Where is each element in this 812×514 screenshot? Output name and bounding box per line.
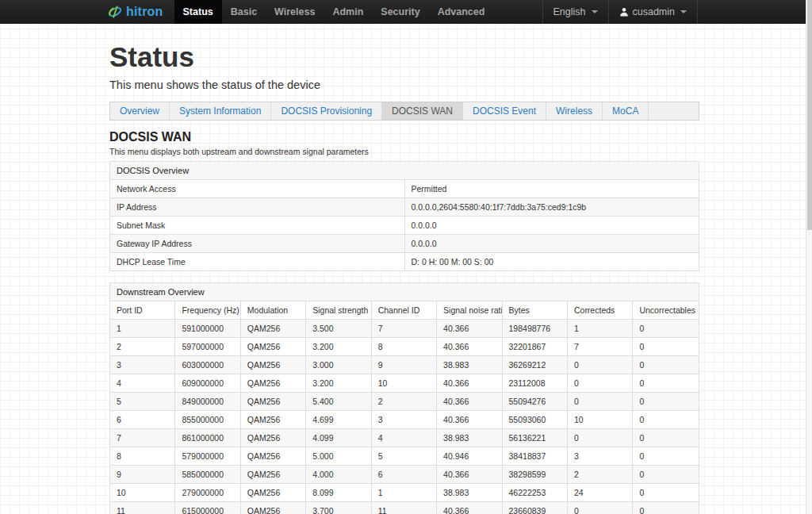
tab-docsis-provisioning[interactable]: DOCSIS Provisioning: [271, 102, 382, 120]
page-content: Status This menu shows the status of the…: [109, 41, 699, 514]
nav-item-basic[interactable]: Basic: [222, 0, 266, 24]
tab-overview[interactable]: Overview: [110, 102, 170, 120]
table-cell: 10: [567, 411, 632, 429]
row-label: Network Access: [110, 180, 405, 198]
table-cell: 3: [371, 411, 436, 429]
tab-system-information[interactable]: System Information: [170, 102, 271, 120]
column-header: Correcteds: [567, 301, 632, 320]
table-cell: 7: [110, 429, 175, 447]
table-row: 5849000000QAM2565.400240.3665509427600: [110, 393, 699, 411]
scrollbar-thumb[interactable]: [807, 0, 812, 230]
table-cell: 40.366: [437, 393, 502, 411]
row-value: D: 0 H: 00 M: 00 S: 00: [404, 253, 699, 271]
table-cell: 0: [633, 484, 699, 502]
table-cell: 23660839: [502, 502, 567, 514]
table-cell: 38.983: [437, 356, 502, 374]
table-cell: 40.366: [437, 466, 502, 484]
table-row: 2597000000QAM2563.200840.3663220186770: [110, 338, 699, 356]
table-cell: 579000000: [175, 447, 240, 466]
tab-docsis-wan[interactable]: DOCSIS WAN: [382, 102, 463, 120]
table-cell: 0: [633, 411, 699, 429]
table-title: DOCSIS Overview: [110, 162, 699, 180]
tab-wireless[interactable]: Wireless: [546, 102, 603, 120]
downstream-overview-table: Downstream Overview Port IDFrequency (Hz…: [109, 282, 699, 514]
user-dropdown[interactable]: cusadmin: [608, 0, 699, 24]
hitron-logo[interactable]: hitron: [107, 0, 174, 24]
row-value: 0.0.0.0: [404, 235, 699, 253]
column-header: Signal strength (dBmV): [306, 301, 371, 320]
brand-name: hitron: [126, 5, 163, 19]
table-cell: 8.099: [306, 484, 371, 502]
section-subtitle: This menu displays both upstream and dow…: [109, 147, 699, 156]
table-cell: 585000000: [175, 466, 240, 484]
nav-item-wireless[interactable]: Wireless: [266, 0, 324, 24]
nav-item-security[interactable]: Security: [372, 0, 428, 24]
table-cell: 609000000: [175, 374, 240, 393]
table-cell: 40.366: [437, 502, 502, 514]
table-cell: 40.366: [437, 411, 502, 429]
table-cell: 3.200: [306, 338, 371, 356]
tab-moca[interactable]: MoCA: [603, 102, 649, 120]
table-row: 11615000000QAM2563.7001140.3662366083900: [110, 502, 699, 514]
column-header: Signal noise ratio (dB): [437, 301, 502, 320]
table-cell: 4: [371, 429, 436, 447]
table-cell: 3.000: [306, 356, 371, 374]
table-cell: QAM256: [240, 429, 305, 447]
top-navbar: hitron StatusBasicWirelessAdminSecurityA…: [0, 0, 812, 24]
table-cell: 24: [567, 484, 632, 502]
table-row: DHCP Lease TimeD: 0 H: 00 M: 00 S: 00: [110, 253, 699, 271]
hitron-logo-icon: [107, 5, 123, 19]
table-header-row: Port IDFrequency (Hz)ModulationSignal st…: [110, 301, 699, 320]
table-cell: 2: [371, 393, 436, 411]
table-row: Gateway IP Address0.0.0.0: [110, 235, 699, 253]
row-label: IP Address: [110, 198, 405, 217]
table-cell: 23112008: [502, 374, 567, 393]
table-cell: 0: [567, 502, 632, 514]
table-cell: QAM256: [240, 356, 305, 374]
table-cell: 597000000: [175, 338, 240, 356]
table-cell: 1: [567, 320, 632, 338]
table-cell: 38298599: [502, 466, 567, 484]
vertical-scrollbar[interactable]: [806, 0, 812, 514]
column-header: Bytes: [502, 301, 567, 320]
table-cell: 0: [633, 356, 699, 374]
table-cell: 7: [567, 338, 632, 356]
table-row: Subnet Mask0.0.0.0: [110, 217, 699, 235]
table-cell: 5.000: [306, 447, 371, 466]
table-cell: 1: [371, 484, 436, 502]
table-cell: 9: [371, 356, 436, 374]
table-cell: 4.000: [306, 466, 371, 484]
table-cell: QAM256: [240, 447, 305, 466]
table-cell: 0: [633, 338, 699, 356]
table-cell: 40.946: [437, 447, 502, 466]
table-cell: 0: [567, 356, 632, 374]
page-title: Status: [109, 41, 699, 73]
language-dropdown[interactable]: English: [542, 0, 608, 24]
row-label: Subnet Mask: [110, 217, 405, 235]
nav-item-advanced[interactable]: Advanced: [429, 0, 494, 24]
table-cell: 0: [633, 429, 699, 447]
table-row: 3603000000QAM2563.000938.9833626921200: [110, 356, 699, 374]
table-cell: 38.983: [437, 429, 502, 447]
table-cell: 198498776: [502, 320, 567, 338]
table-row: Network AccessPermitted: [110, 180, 699, 198]
section-title: DOCSIS WAN: [109, 130, 699, 144]
table-cell: 32201867: [502, 338, 567, 356]
table-cell: 0: [567, 429, 632, 447]
language-label: English: [553, 6, 586, 17]
row-value: 0.0.0.0,2604:5580:40:1f7:7ddb:3a75:ced9:…: [404, 198, 699, 217]
column-header: Frequency (Hz): [175, 301, 240, 320]
table-cell: 5.400: [306, 393, 371, 411]
table-cell: 40.366: [437, 374, 502, 393]
tab-docsis-event[interactable]: DOCSIS Event: [463, 102, 546, 120]
table-cell: 3.200: [306, 374, 371, 393]
docsis-overview-table: DOCSIS Overview Network AccessPermittedI…: [109, 161, 699, 271]
nav-item-status[interactable]: Status: [174, 0, 222, 24]
nav-item-admin[interactable]: Admin: [324, 0, 372, 24]
table-cell: 56136221: [502, 429, 567, 447]
table-cell: 1: [110, 320, 175, 338]
table-cell: 55094276: [502, 393, 567, 411]
table-title: Downstream Overview: [110, 283, 699, 301]
table-cell: 8: [110, 447, 175, 466]
table-cell: 2: [567, 466, 632, 484]
